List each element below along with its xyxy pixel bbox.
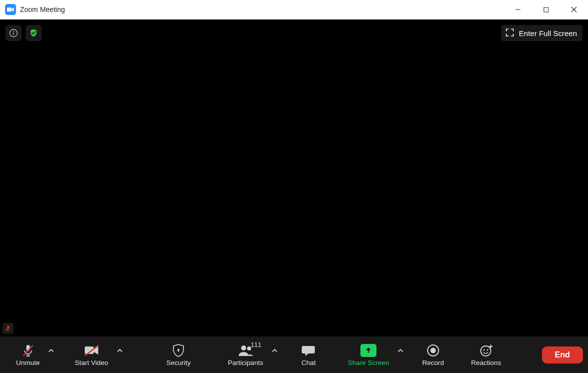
reactions-icon	[479, 343, 493, 358]
share-options-chevron[interactable]	[395, 335, 406, 365]
zoom-logo-icon	[5, 4, 16, 15]
window-controls	[504, 0, 588, 19]
chat-icon	[301, 343, 315, 358]
share-screen-label: Share Screen	[348, 359, 389, 366]
start-video-label: Start Video	[75, 359, 108, 366]
participants-count: 111	[251, 341, 262, 348]
participants-label: Participants	[228, 359, 264, 366]
muted-mic-icon	[21, 343, 35, 358]
unmute-label: Unmute	[16, 359, 40, 366]
maximize-button[interactable]	[532, 0, 560, 19]
shield-icon	[172, 343, 185, 358]
meeting-toolbar: Unmute Start Video	[0, 336, 588, 373]
video-stage: Enter Full Screen	[0, 20, 588, 336]
svg-rect-18	[178, 350, 179, 352]
chat-label: Chat	[301, 359, 316, 366]
svg-point-25	[487, 349, 488, 350]
svg-point-6	[13, 31, 14, 32]
record-label: Record	[422, 359, 444, 366]
chevron-up-icon	[398, 347, 404, 353]
svg-point-19	[241, 345, 246, 350]
fullscreen-icon	[505, 28, 514, 39]
participants-options-chevron[interactable]	[269, 335, 280, 365]
enter-fullscreen-button[interactable]: Enter Full Screen	[501, 25, 582, 41]
start-video-button[interactable]: Start Video	[69, 340, 114, 370]
unmute-button[interactable]: Unmute	[10, 340, 46, 370]
self-muted-indicator	[3, 323, 14, 334]
svg-rect-0	[7, 8, 12, 12]
reactions-button[interactable]: Reactions	[465, 340, 507, 370]
chevron-up-icon	[117, 347, 123, 353]
meeting-info-button[interactable]	[6, 25, 22, 41]
participants-button[interactable]: 111 Participants	[222, 340, 270, 370]
end-button[interactable]: End	[542, 346, 583, 363]
svg-point-24	[483, 349, 485, 350]
encryption-shield-button[interactable]	[26, 25, 42, 41]
share-screen-icon	[360, 344, 376, 357]
svg-point-22	[431, 347, 436, 353]
fullscreen-label: Enter Full Screen	[519, 29, 577, 38]
chevron-up-icon	[48, 347, 54, 353]
record-button[interactable]: Record	[416, 340, 450, 370]
chevron-up-icon	[272, 347, 278, 353]
audio-options-chevron[interactable]	[46, 335, 57, 365]
security-button[interactable]: Security	[160, 340, 197, 370]
minimize-button[interactable]	[504, 0, 532, 19]
reactions-label: Reactions	[471, 359, 501, 366]
end-label: End	[555, 350, 570, 359]
security-label: Security	[166, 359, 191, 366]
muted-mic-icon	[5, 325, 12, 332]
shield-check-icon	[29, 29, 38, 38]
svg-point-23	[481, 346, 491, 356]
video-options-chevron[interactable]	[114, 335, 125, 365]
info-icon	[9, 29, 18, 38]
svg-rect-2	[544, 8, 548, 12]
svg-rect-7	[13, 33, 14, 35]
video-off-icon	[84, 343, 100, 358]
chat-button[interactable]: Chat	[295, 340, 322, 370]
close-button[interactable]	[560, 0, 588, 19]
record-icon	[427, 343, 440, 358]
titlebar: Zoom Meeting	[0, 0, 588, 20]
share-screen-button[interactable]: Share Screen	[342, 340, 396, 370]
window-title: Zoom Meeting	[20, 6, 65, 14]
